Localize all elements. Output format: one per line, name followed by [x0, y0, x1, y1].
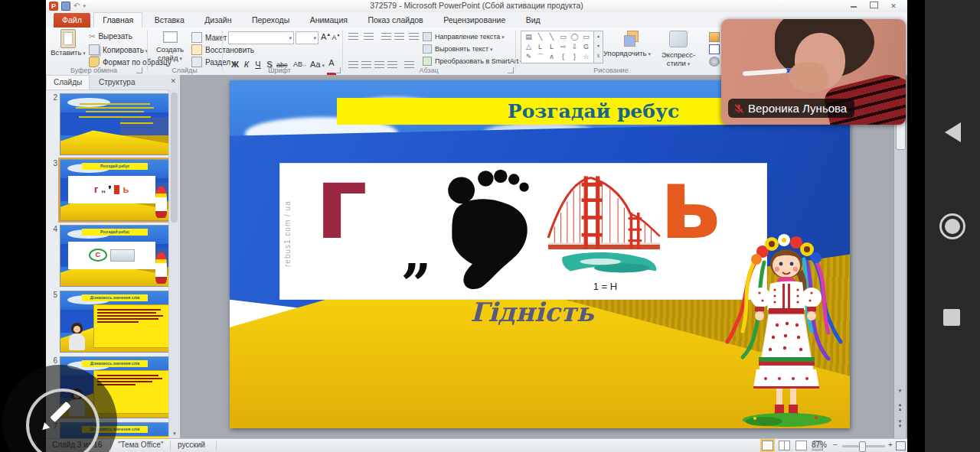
slide-thumbnail-4[interactable]: Розгадай ребус С [60, 225, 170, 287]
pane-scroll-down-icon[interactable]: ▾ [169, 431, 180, 437]
shape-icon[interactable]: ▭ [557, 32, 569, 42]
tab-review[interactable]: Рецензирование [435, 13, 514, 28]
next-slide-button[interactable]: ▾▾ [894, 419, 906, 428]
tab-insert[interactable]: Вставка [146, 13, 193, 28]
title-bar: P ↶ ▾ 372579 - Microsoft PowerPoint (Сбо… [46, 0, 907, 13]
thumbnail-row: 4 Розгадай ребус С [47, 225, 170, 287]
pane-tab-slides[interactable]: Слайды [46, 75, 90, 89]
bullets-button[interactable] [348, 33, 358, 41]
shape-icon[interactable]: L [546, 42, 557, 52]
rebus-commas: ,, [403, 223, 426, 283]
rebus-answer-watermark[interactable]: Гідність [413, 297, 651, 327]
recents-icon[interactable] [943, 309, 960, 326]
reset-slide-button[interactable]: Восстановить [191, 44, 254, 55]
shape-icon[interactable]: ▭ [580, 32, 592, 42]
participant-name-badge: Вероника Луньова [728, 99, 854, 118]
smartart-button[interactable]: Преобразовать в SmartArt [423, 57, 523, 66]
layout-button[interactable]: Макет [191, 32, 231, 43]
minimize-icon [851, 6, 857, 8]
zoom-percentage[interactable]: 87% [812, 441, 827, 449]
back-icon[interactable] [945, 122, 961, 142]
home-icon[interactable] [939, 213, 965, 239]
shape-icon[interactable]: L [534, 42, 546, 52]
tab-animations[interactable]: Анимация [302, 13, 356, 28]
shape-icon[interactable]: ╲ [546, 32, 557, 42]
cut-button[interactable]: ✂ Вырезать [89, 32, 132, 41]
slide-thumbnail-2[interactable] [60, 93, 170, 155]
fit-to-window-button[interactable] [896, 441, 906, 450]
shape-icon[interactable]: { [557, 52, 569, 62]
shape-icon[interactable]: ☆ [580, 52, 592, 62]
zoom-out-button[interactable]: − [831, 441, 839, 449]
quick-styles-icon [669, 31, 688, 47]
reading-view-button[interactable] [795, 441, 807, 450]
zoom-slider[interactable] [842, 445, 885, 447]
mini-slide-title: Розгадай ребус [82, 229, 147, 236]
copy-button[interactable]: Копировать [89, 44, 148, 55]
close-button[interactable]: ✕ [886, 2, 901, 11]
ukrainian-girl-illustration[interactable] [720, 216, 850, 428]
new-slide-button[interactable]: Создать слайд [151, 29, 189, 63]
shape-effects-icon [709, 57, 720, 67]
window-title: 372579 - Microsoft PowerPoint (Сбой акти… [46, 1, 907, 10]
pane-tab-outline[interactable]: Структура [92, 76, 142, 89]
font-size-select[interactable]: ▾ [296, 31, 318, 44]
rebus-bridge-image [547, 171, 662, 278]
pane-close-icon[interactable]: ✕ [170, 77, 176, 85]
shape-icon[interactable]: G [580, 42, 592, 52]
quick-styles-label: Экспресс-стили [652, 50, 704, 67]
shape-icon[interactable]: ╲ [534, 32, 546, 42]
shape-icon[interactable]: ◯ [569, 32, 580, 42]
zoom-in-button[interactable]: + [887, 441, 894, 449]
shape-icon[interactable]: ⇩ [569, 42, 580, 52]
numbering-button[interactable] [364, 33, 374, 41]
previous-slide-button[interactable]: ▴▴ [894, 402, 906, 411]
shrink-font-button[interactable]: А▼ [331, 33, 341, 41]
slide-sorter-view-button[interactable] [779, 441, 790, 450]
shape-icon[interactable]: ✎ [523, 52, 534, 62]
text-direction-button[interactable]: Направление текста [423, 32, 505, 41]
scroll-down-icon[interactable]: ▾ [894, 387, 906, 395]
shape-icon[interactable]: △ [523, 42, 534, 52]
minimize-button[interactable] [846, 2, 861, 11]
shape-icon[interactable]: } [569, 52, 580, 62]
slides-pane-tabs: Слайды Структура ✕ [46, 75, 180, 90]
shape-icon[interactable]: ⇨ [557, 42, 569, 52]
shape-icon[interactable]: ▤ [523, 32, 534, 42]
font-name-select[interactable]: ▾ [228, 31, 294, 44]
current-slide-canvas[interactable]: Розгадай ребус rebus1.com / ua г ,, [230, 80, 850, 428]
tab-home[interactable]: Главная [93, 12, 142, 28]
text-direction-label: Направление текста [435, 33, 505, 41]
layout-label: Макет [205, 34, 231, 42]
slide-thumbnail-3-selected[interactable]: Розгадай ребус г,, ❜ ь [60, 159, 170, 221]
tab-file[interactable]: Файл [54, 13, 90, 28]
shape-icon[interactable]: ∧ [546, 52, 557, 62]
line-spacing-button[interactable] [409, 33, 419, 41]
pane-scrollbar-thumb[interactable] [171, 93, 178, 223]
section-button[interactable]: Раздел [191, 57, 235, 67]
paste-button[interactable]: Вставить [51, 29, 86, 57]
normal-view-button[interactable] [762, 441, 773, 450]
slide-thumbnail-5[interactable]: Дізнаємось значення слів [60, 291, 170, 353]
align-text-button[interactable]: Выровнять текст [423, 44, 493, 54]
tab-view[interactable]: Вид [518, 13, 549, 28]
clipboard-dialog-launcher-icon[interactable] [136, 67, 142, 73]
quick-styles-button[interactable]: Экспресс-стили [652, 31, 704, 67]
arrange-button[interactable]: Упорядочить [603, 31, 651, 57]
grow-font-button[interactable]: А▲ [320, 32, 332, 41]
editor-scrollbar[interactable]: ▴ ▾ ▴▴ ▾▾ [893, 75, 906, 438]
zoom-slider-thumb[interactable] [859, 441, 866, 452]
increase-indent-button[interactable] [394, 33, 404, 41]
shape-icon[interactable]: ⌒ [534, 52, 546, 62]
maximize-button[interactable] [866, 2, 881, 11]
rebus-image[interactable]: rebus1.com / ua г ,, [279, 163, 767, 300]
paragraph-dialog-launcher-icon[interactable] [508, 67, 514, 73]
tab-transitions[interactable]: Переходы [243, 13, 298, 28]
tab-slideshow[interactable]: Показ слайдов [359, 13, 431, 28]
decrease-indent-button[interactable] [381, 33, 391, 41]
language-indicator[interactable]: русский [178, 441, 205, 449]
font-dialog-launcher-icon[interactable] [335, 67, 341, 73]
tab-design[interactable]: Дизайн [196, 13, 240, 28]
shapes-gallery-scroll[interactable]: ▴▾⊻ [594, 31, 603, 63]
pane-scrollbar[interactable]: ▾ [168, 89, 180, 438]
